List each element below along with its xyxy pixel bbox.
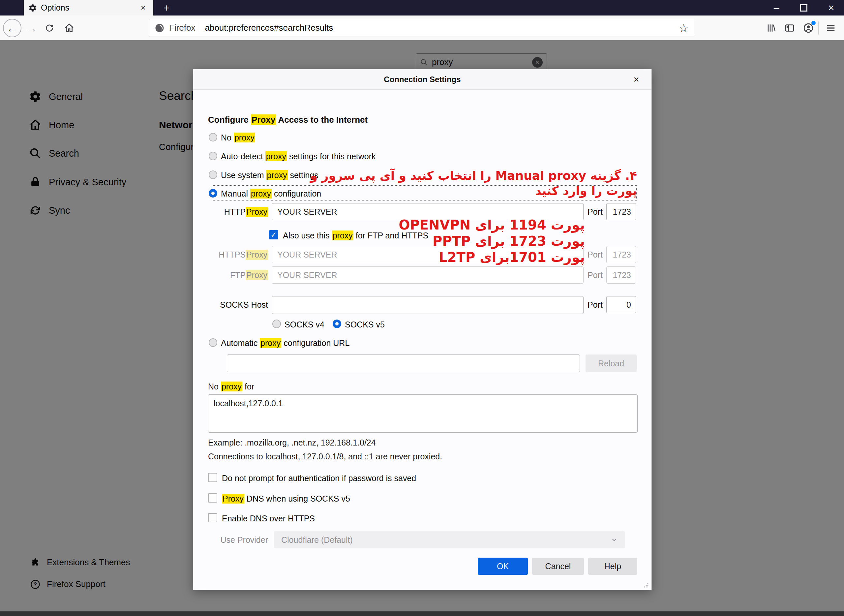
ftp-port-input [606, 267, 636, 284]
radio-use-system-label[interactable]: Use system proxy settings [221, 170, 318, 180]
radio-socks-v4-label[interactable]: SOCKS v4 [284, 320, 324, 329]
cancel-button[interactable]: Cancel [532, 557, 584, 575]
home-button[interactable] [60, 19, 78, 37]
dns-over-https-checkbox[interactable] [208, 513, 217, 522]
tab-options[interactable]: Options × [24, 0, 153, 16]
ftp-port-label: Port [588, 267, 603, 284]
library-button[interactable] [763, 20, 779, 36]
account-notification-dot [811, 21, 816, 25]
highlighted-term: Proxy [251, 114, 276, 125]
sidebar-toggle-button[interactable] [782, 20, 797, 36]
radio-socks-v5[interactable] [333, 320, 341, 328]
preferences-page: Search Networ Configur × General Home Se… [0, 40, 844, 616]
connection-settings-dialog: Connection Settings × Configure Proxy Ac… [193, 69, 652, 590]
also-use-proxy-checkbox[interactable]: ✓ [269, 230, 278, 239]
radio-socks-v5-label[interactable]: SOCKS v5 [345, 320, 385, 329]
firefox-label: Firefox [169, 23, 195, 33]
url-text[interactable]: about:preferences#searchResults [205, 23, 674, 33]
menu-button[interactable] [823, 20, 839, 36]
radio-auto-url[interactable] [209, 338, 217, 347]
https-proxy-label: HTTPS Proxy [208, 246, 268, 263]
url-bar[interactable]: Firefox about:preferences#searchResults … [149, 19, 694, 37]
window-maximize-button[interactable] [793, 0, 814, 16]
no-prompt-auth-label[interactable]: Do not prompt for authentication if pass… [222, 474, 416, 483]
http-port-label: Port [588, 203, 603, 220]
firefox-logo-icon [155, 23, 164, 33]
help-button[interactable]: Help [588, 557, 637, 575]
no-proxy-for-label: No proxy for [208, 382, 254, 392]
http-port-input[interactable] [606, 203, 636, 220]
https-port-input [606, 246, 636, 263]
http-proxy-label: HTTP Proxy [208, 203, 268, 220]
annotation-port-numbers: پورت 1194 برای OPENVPN پورت 1723 برای PP… [399, 217, 585, 265]
proxy-dns-checkbox[interactable] [208, 493, 217, 503]
no-proxy-for-textarea[interactable]: localhost,127.0.0.1 [208, 395, 637, 433]
reload-proxy-button: Reload [586, 355, 637, 372]
socks-port-label: Port [588, 296, 603, 313]
tab-title: Options [41, 3, 133, 13]
resize-grip[interactable] [643, 583, 649, 588]
ftp-proxy-input [272, 267, 583, 284]
dialog-header: Connection Settings [193, 69, 652, 90]
radio-auto-url-label[interactable]: Automatic proxy configuration URL [221, 338, 349, 348]
provider-dropdown: Cloudflare (Default) [274, 531, 625, 549]
proxy-dns-label[interactable]: Proxy DNS when using SOCKS v5 [222, 494, 350, 503]
toolbar-divider [818, 21, 819, 35]
radio-no-proxy[interactable] [209, 133, 217, 141]
radio-no-proxy-label[interactable]: No proxy [221, 133, 255, 142]
auto-url-input[interactable] [227, 355, 580, 372]
never-proxied-text: Connections to localhost, 127.0.0.1/8, a… [208, 452, 442, 461]
tab-close-icon[interactable]: × [138, 3, 149, 13]
window-minimize-button[interactable]: – [766, 0, 787, 16]
dialog-title: Connection Settings [384, 75, 460, 84]
dialog-close-button[interactable]: × [630, 74, 643, 85]
new-tab-button[interactable]: + [159, 2, 174, 14]
provider-value: Cloudflare (Default) [281, 535, 353, 545]
proxy-config-heading: Configure Proxy Access to the Internet [208, 115, 368, 125]
home-icon [64, 23, 75, 33]
use-provider-label: Use Provider [208, 531, 268, 549]
annotation-select-manual-proxy: ۴. گزینه Manual proxy را انتخاب کنید و آ… [310, 168, 637, 198]
browser-window: Options × + – × ← → Firefox about:prefer… [0, 0, 844, 616]
bookmark-star-icon[interactable]: ☆ [679, 21, 689, 35]
navigation-toolbar: ← → Firefox about:preferences#searchResu… [0, 16, 844, 40]
forward-button[interactable]: → [22, 19, 41, 37]
library-icon [766, 23, 776, 33]
back-button[interactable]: ← [3, 19, 21, 37]
radio-auto-detect-label[interactable]: Auto-detect proxy settings for this netw… [221, 152, 376, 161]
dns-over-https-label[interactable]: Enable DNS over HTTPS [222, 514, 315, 523]
gear-icon [28, 4, 37, 12]
socks-host-input[interactable] [272, 296, 583, 314]
hamburger-icon [826, 23, 836, 33]
socks-port-input[interactable] [606, 296, 636, 313]
chevron-down-icon [611, 536, 618, 543]
https-port-label: Port [588, 246, 603, 263]
radio-use-system[interactable] [209, 170, 217, 179]
example-text: Example: .mozilla.org, .net.nz, 192.168.… [208, 438, 376, 447]
tab-bar: Options × + – × [0, 0, 844, 16]
no-prompt-auth-checkbox[interactable] [208, 473, 217, 482]
urlbar-divider [200, 22, 200, 34]
account-button[interactable] [800, 20, 816, 36]
maximize-icon [800, 4, 807, 12]
window-close-button[interactable]: × [821, 0, 842, 16]
taskbar-edge [0, 612, 844, 616]
reload-button[interactable] [40, 19, 59, 37]
radio-socks-v4[interactable] [272, 320, 281, 328]
ok-button[interactable]: OK [478, 557, 528, 575]
socks-host-label: SOCKS Host [208, 296, 268, 313]
reload-icon [44, 23, 55, 33]
ftp-proxy-label: FTP Proxy [208, 267, 268, 284]
sidebar-icon [784, 23, 795, 33]
check-icon: ✓ [270, 230, 277, 239]
radio-auto-detect[interactable] [209, 152, 217, 160]
